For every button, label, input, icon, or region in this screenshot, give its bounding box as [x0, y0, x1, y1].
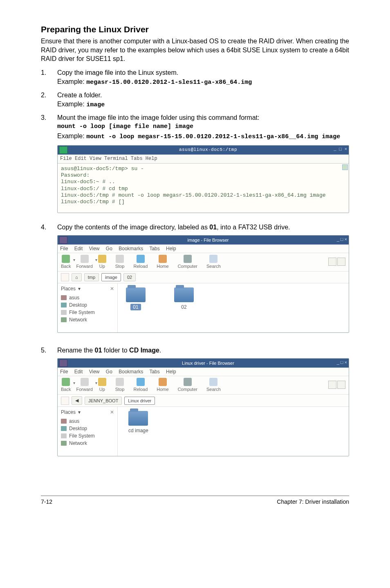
folder-item[interactable]: 02: [174, 287, 194, 328]
home-button[interactable]: Home: [157, 378, 168, 392]
window-controls: _ □ ×: [337, 360, 347, 365]
step-example: Example: megasr-15.00.0120.2012-1-sles11…: [57, 78, 349, 86]
back-button[interactable]: Back: [61, 378, 71, 392]
menu-help[interactable]: Help: [166, 246, 176, 251]
search-icon: [209, 378, 217, 386]
section-title: Preparing the Linux Driver: [41, 25, 349, 34]
path-segment[interactable]: ◀: [72, 396, 82, 405]
step-text: Copy the image file into the Linux syste…: [57, 69, 349, 76]
folder-label: cd image: [126, 427, 151, 434]
up-button[interactable]: Up: [98, 378, 106, 392]
search-icon: [209, 255, 217, 263]
dropdown-arrow-icon[interactable]: ▾: [95, 381, 97, 385]
search-button[interactable]: Search: [206, 255, 221, 269]
filebrowser-app-icon: [59, 359, 67, 367]
filesystem-icon: [61, 433, 67, 438]
menu-file[interactable]: File: [60, 246, 68, 251]
forward-button[interactable]: Forward: [76, 255, 92, 269]
file-browser-screenshot: Linux driver - File Browser _ □ × File E…: [57, 358, 349, 456]
stop-button[interactable]: Stop: [115, 378, 125, 392]
menu-view[interactable]: View: [89, 369, 100, 375]
path-segment[interactable]: ⌂: [72, 273, 82, 281]
example-label: Example:: [57, 78, 86, 85]
sidebar-item-network[interactable]: Network: [61, 316, 114, 323]
up-button[interactable]: Up: [98, 255, 106, 269]
terminal-line: linux-doc5:/tmp # []: [61, 199, 345, 205]
command-format: mount -o loop [image file name] image: [57, 123, 349, 130]
menu-tabs[interactable]: Tabs: [149, 369, 159, 375]
footer-chapter: Chapter 7: Driver installation: [277, 498, 349, 505]
path-segment[interactable]: tmp: [84, 273, 99, 281]
places-sidebar: Places▾✕ asus Desktop File System Networ…: [58, 283, 118, 332]
up-icon: [98, 378, 106, 386]
window-controls: _ □ ×: [334, 147, 347, 153]
file-browser-screenshot: image - File Browser _ □ × File Edit Vie…: [57, 235, 349, 333]
filebrowser-titlebar: Linux driver - File Browser _ □ ×: [58, 359, 349, 368]
folder-item[interactable]: cd image: [126, 411, 151, 452]
forward-button[interactable]: Forward: [76, 378, 92, 392]
close-icon[interactable]: ✕: [110, 409, 114, 415]
folder-item[interactable]: 01: [126, 287, 146, 328]
menu-file[interactable]: File: [60, 369, 68, 375]
computer-button[interactable]: Computer: [178, 378, 197, 392]
sidebar-item-filesystem[interactable]: File System: [61, 432, 114, 440]
reload-button[interactable]: Reload: [133, 255, 148, 269]
path-segment-current[interactable]: image: [101, 273, 121, 281]
back-button[interactable]: Back: [61, 255, 71, 269]
dropdown-arrow-icon[interactable]: ▾: [73, 258, 75, 262]
terminal-menubar: File Edit View Terminal Tabs Help: [58, 155, 349, 164]
location-bar: ◀ JENNY_BOOT Linux driver: [58, 395, 349, 407]
intro-paragraph: Ensure that there is another computer wi…: [41, 37, 349, 63]
folder-icon: [174, 287, 194, 302]
menu-bookmarks[interactable]: Bookmarks: [119, 246, 143, 251]
network-icon: [61, 317, 67, 322]
view-mode-icon[interactable]: [337, 381, 345, 389]
filebrowser-titlebar: image - File Browser _ □ ×: [58, 236, 349, 245]
path-segment-current[interactable]: Linux driver: [124, 397, 155, 405]
menu-edit[interactable]: Edit: [74, 369, 83, 375]
path-segment[interactable]: 02: [123, 273, 136, 281]
terminal-line: asus@linux-doc5:/tmp> su -: [61, 166, 345, 172]
step-example: Example: mount -o loop megasr-15-15.00.0…: [57, 132, 349, 141]
sidebar-item-asus[interactable]: asus: [61, 294, 114, 301]
dropdown-arrow-icon[interactable]: ▾: [73, 381, 75, 385]
edit-path-icon[interactable]: [61, 273, 69, 281]
menu-tabs[interactable]: Tabs: [149, 246, 159, 251]
computer-button[interactable]: Computer: [178, 255, 197, 269]
view-mode-icon[interactable]: [328, 258, 336, 266]
view-mode-icon[interactable]: [337, 258, 345, 266]
dropdown-arrow-icon[interactable]: ▾: [95, 258, 97, 262]
menu-view[interactable]: View: [89, 246, 100, 251]
step-number: 5.: [41, 347, 57, 467]
sidebar-item-asus[interactable]: asus: [61, 417, 114, 425]
stop-icon: [116, 255, 124, 263]
file-list: cd image: [118, 407, 349, 456]
example-code: image: [86, 101, 105, 108]
menu-go[interactable]: Go: [106, 246, 112, 251]
step-text: Mount the image file into the image fold…: [57, 114, 349, 121]
terminal-line: linux-doc5:/ # cd tmp: [61, 186, 345, 192]
menu-help[interactable]: Help: [166, 369, 176, 375]
menu-edit[interactable]: Edit: [74, 246, 83, 251]
chevron-down-icon[interactable]: ▾: [78, 409, 81, 415]
filebrowser-menubar: File Edit View Go Bookmarks Tabs Help: [58, 368, 349, 376]
menu-go[interactable]: Go: [106, 369, 112, 375]
page-footer: 7-12 Chapter 7: Driver installation: [41, 496, 349, 505]
chevron-down-icon[interactable]: ▾: [78, 286, 81, 292]
edit-path-icon[interactable]: [61, 397, 69, 405]
filebrowser-title: Linux driver - File Browser: [67, 361, 349, 366]
stop-button[interactable]: Stop: [115, 255, 125, 269]
view-mode-icon[interactable]: [328, 381, 336, 389]
close-icon[interactable]: ✕: [110, 286, 114, 292]
home-button[interactable]: Home: [157, 255, 168, 269]
sidebar-item-desktop[interactable]: Desktop: [61, 425, 114, 432]
file-list: 01 02: [118, 283, 349, 332]
sidebar-item-filesystem[interactable]: File System: [61, 309, 114, 316]
terminal-screenshot: asus@linux-doc5:/tmp _ □ × File Edit Vie…: [57, 145, 349, 213]
path-segment[interactable]: JENNY_BOOT: [85, 397, 122, 405]
sidebar-item-network[interactable]: Network: [61, 440, 114, 447]
search-button[interactable]: Search: [206, 378, 221, 392]
menu-bookmarks[interactable]: Bookmarks: [119, 369, 143, 375]
sidebar-item-desktop[interactable]: Desktop: [61, 301, 114, 309]
reload-button[interactable]: Reload: [133, 378, 148, 392]
